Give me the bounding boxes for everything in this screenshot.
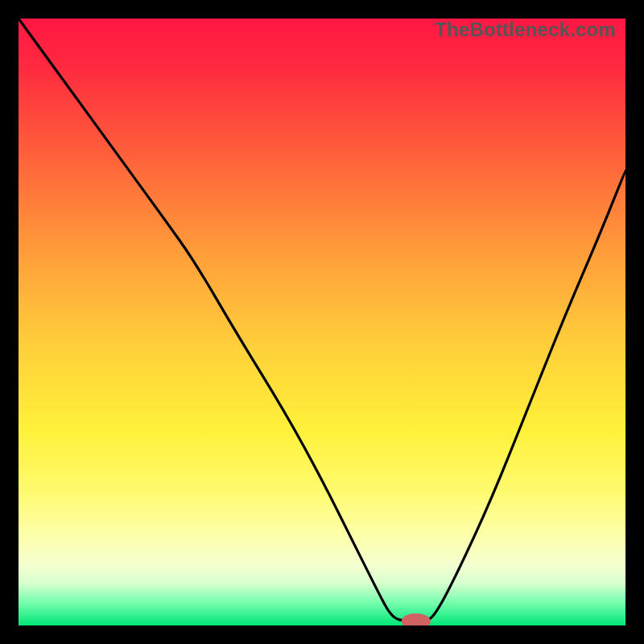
chart-container: TheBottleneck.com: [0, 0, 644, 644]
watermark-text: TheBottleneck.com: [435, 19, 616, 41]
plot-area: TheBottleneck.com: [19, 19, 625, 625]
gradient-background: [19, 19, 625, 625]
chart-svg: [19, 19, 625, 625]
